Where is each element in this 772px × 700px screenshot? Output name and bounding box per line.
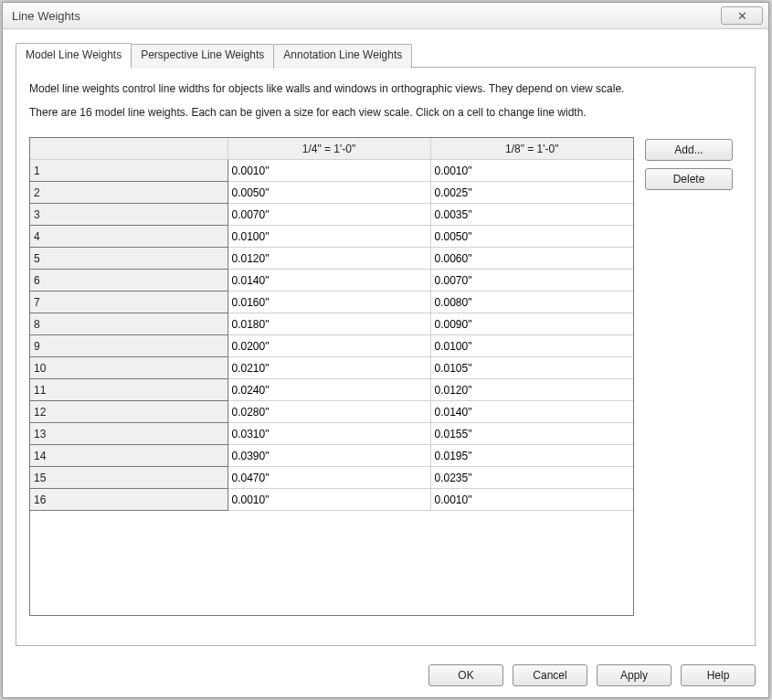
cell-scale-1[interactable]: 0.0120" [227, 248, 430, 270]
cell-scale-2[interactable]: 0.0235" [430, 467, 633, 489]
delete-button[interactable]: Delete [645, 168, 733, 190]
table-row: 20.0050"0.0025" [30, 182, 633, 204]
row-header[interactable]: 13 [30, 423, 227, 445]
cell-scale-1[interactable]: 0.0180" [227, 313, 430, 335]
row-header[interactable]: 15 [30, 467, 227, 489]
table-row: 90.0200"0.0100" [30, 335, 633, 357]
row-header[interactable]: 4 [30, 226, 227, 248]
description-line-1: Model line weights control line widths f… [29, 82, 742, 95]
cell-scale-2[interactable]: 0.0140" [430, 401, 633, 423]
cell-scale-2[interactable]: 0.0080" [430, 292, 633, 313]
dialog-body: Model Line Weights Perspective Line Weig… [3, 29, 768, 655]
row-header[interactable]: 6 [30, 270, 227, 292]
tab-label: Perspective Line Weights [141, 48, 264, 61]
close-icon: ✕ [737, 9, 747, 23]
table-row: 60.0140"0.0070" [30, 270, 633, 292]
table-row: 70.0160"0.0080" [30, 292, 633, 313]
column-header-index[interactable] [30, 138, 227, 160]
line-weights-table-container: 1/4" = 1'-0" 1/8" = 1'-0" 10.0010"0.0010… [29, 137, 634, 616]
cell-scale-1[interactable]: 0.0100" [227, 226, 430, 248]
cancel-button[interactable]: Cancel [513, 664, 587, 686]
table-row: 110.0240"0.0120" [30, 379, 633, 401]
table-row: 140.0390"0.0195" [30, 445, 633, 467]
column-header-scale-1[interactable]: 1/4" = 1'-0" [227, 138, 430, 160]
row-header[interactable]: 16 [30, 489, 227, 511]
table-row: 40.0100"0.0050" [30, 226, 633, 248]
close-button[interactable]: ✕ [721, 6, 763, 25]
cell-scale-1[interactable]: 0.0070" [227, 204, 430, 226]
cell-scale-1[interactable]: 0.0280" [227, 401, 430, 423]
table-row: 50.0120"0.0060" [30, 248, 633, 270]
row-header[interactable]: 11 [30, 379, 227, 401]
apply-button[interactable]: Apply [597, 664, 672, 686]
table-row: 150.0470"0.0235" [30, 467, 633, 489]
row-header[interactable]: 2 [30, 182, 227, 204]
row-header[interactable]: 3 [30, 204, 227, 226]
add-button[interactable]: Add... [645, 139, 733, 161]
table-row: 80.0180"0.0090" [30, 313, 633, 335]
column-header-scale-2[interactable]: 1/8" = 1'-0" [430, 138, 633, 160]
tab-model-line-weights[interactable]: Model Line Weights [16, 43, 132, 68]
cell-scale-2[interactable]: 0.0090" [430, 313, 633, 335]
window-title: Line Weights [12, 9, 721, 23]
cell-scale-2[interactable]: 0.0010" [430, 160, 633, 182]
line-weights-dialog: Line Weights ✕ Model Line Weights Perspe… [2, 2, 769, 698]
row-header[interactable]: 12 [30, 401, 227, 423]
table-row: 130.0310"0.0155" [30, 423, 633, 445]
titlebar: Line Weights ✕ [3, 3, 768, 29]
tab-perspective-line-weights[interactable]: Perspective Line Weights [131, 44, 274, 69]
description-line-2: There are 16 model line weights. Each ca… [29, 106, 742, 119]
table-row: 30.0070"0.0035" [30, 204, 633, 226]
tab-label: Annotation Line Weights [283, 48, 402, 61]
dialog-footer: OK Cancel Apply Help [3, 655, 768, 697]
help-button[interactable]: Help [681, 664, 756, 686]
side-button-column: Add... Delete [645, 137, 733, 636]
table-row: 160.0010"0.0010" [30, 489, 633, 511]
row-header[interactable]: 1 [30, 160, 227, 182]
cell-scale-1[interactable]: 0.0010" [227, 160, 430, 182]
cell-scale-1[interactable]: 0.0200" [227, 335, 430, 357]
cell-scale-2[interactable]: 0.0105" [430, 357, 633, 379]
cell-scale-2[interactable]: 0.0035" [430, 204, 633, 226]
cell-scale-1[interactable]: 0.0210" [227, 357, 430, 379]
cell-scale-2[interactable]: 0.0050" [430, 226, 633, 248]
content-row: 1/4" = 1'-0" 1/8" = 1'-0" 10.0010"0.0010… [29, 137, 742, 636]
cell-scale-2[interactable]: 0.0195" [430, 445, 633, 467]
cell-scale-2[interactable]: 0.0120" [430, 379, 633, 401]
cell-scale-2[interactable]: 0.0070" [430, 270, 633, 292]
row-header[interactable]: 10 [30, 357, 227, 379]
table-row: 120.0280"0.0140" [30, 401, 633, 423]
cell-scale-2[interactable]: 0.0025" [430, 182, 633, 204]
cell-scale-2[interactable]: 0.0010" [430, 489, 633, 511]
cell-scale-1[interactable]: 0.0050" [227, 182, 430, 204]
tabstrip: Model Line Weights Perspective Line Weig… [16, 42, 756, 67]
table-row: 100.0210"0.0105" [30, 357, 633, 379]
row-header[interactable]: 7 [30, 292, 227, 313]
cell-scale-1[interactable]: 0.0470" [227, 467, 430, 489]
tab-annotation-line-weights[interactable]: Annotation Line Weights [273, 44, 412, 69]
row-header[interactable]: 8 [30, 313, 227, 335]
tab-label: Model Line Weights [26, 48, 122, 61]
line-weights-table: 1/4" = 1'-0" 1/8" = 1'-0" 10.0010"0.0010… [30, 138, 633, 511]
cell-scale-1[interactable]: 0.0160" [227, 292, 430, 313]
row-header[interactable]: 5 [30, 248, 227, 270]
row-header[interactable]: 14 [30, 445, 227, 467]
table-body: 10.0010"0.0010"20.0050"0.0025"30.0070"0.… [30, 160, 633, 511]
cell-scale-2[interactable]: 0.0060" [430, 248, 633, 270]
table-header-row: 1/4" = 1'-0" 1/8" = 1'-0" [30, 138, 633, 160]
cell-scale-1[interactable]: 0.0310" [227, 423, 430, 445]
cell-scale-1[interactable]: 0.0010" [227, 489, 430, 511]
tab-panel-model: Model line weights control line widths f… [16, 67, 756, 646]
cell-scale-1[interactable]: 0.0240" [227, 379, 430, 401]
table-row: 10.0010"0.0010" [30, 160, 633, 182]
cell-scale-2[interactable]: 0.0155" [430, 423, 633, 445]
cell-scale-2[interactable]: 0.0100" [430, 335, 633, 357]
row-header[interactable]: 9 [30, 335, 227, 357]
ok-button[interactable]: OK [428, 664, 503, 686]
cell-scale-1[interactable]: 0.0140" [227, 270, 430, 292]
cell-scale-1[interactable]: 0.0390" [227, 445, 430, 467]
